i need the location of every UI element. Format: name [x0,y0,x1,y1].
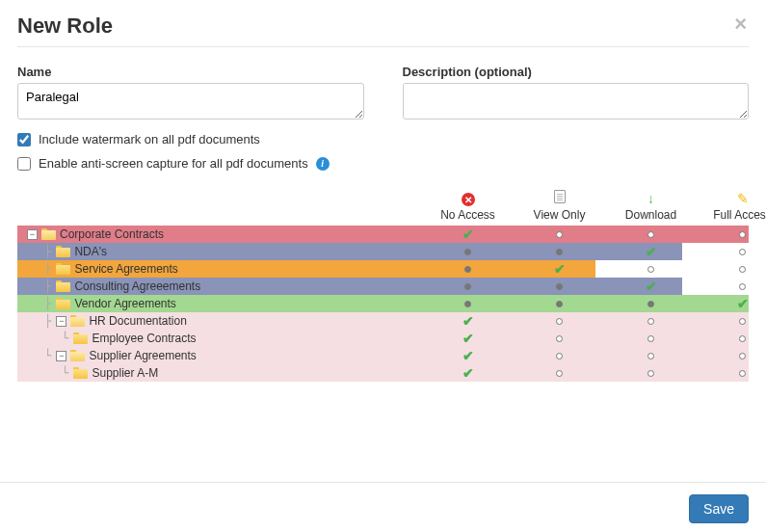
folder-label[interactable]: Consulting Agreeements [74,279,200,293]
name-input[interactable]: Paralegal [17,83,364,120]
perm-full-access[interactable] [697,245,766,258]
perm-no-access[interactable] [422,279,514,293]
radio-icon [556,370,563,377]
modal-title: New Role [17,13,749,39]
tree-body: −Corporate Contracts✔├ NDA's✔├ Service A… [17,226,749,382]
folder-icon [56,298,70,309]
perm-download[interactable]: ✔ [605,279,697,294]
divider [17,46,749,47]
tree-connector: └ [44,349,56,362]
perm-view-only[interactable] [514,279,605,293]
perm-download[interactable] [605,332,697,345]
folder-icon [41,228,56,240]
radio-icon [464,283,471,290]
folder-icon [73,367,88,379]
folder-label[interactable]: Supplier Agreements [89,349,196,362]
perm-full-access[interactable] [697,314,766,328]
col-no-access-label: No Access [440,208,495,222]
perm-no-access[interactable]: ✔ [422,313,514,329]
collapse-icon[interactable]: − [27,229,38,240]
perm-full-access[interactable] [697,349,766,362]
perm-view-only[interactable] [514,332,605,345]
tree-connector: ├ [44,262,56,276]
description-input[interactable] [403,83,750,120]
perm-no-access[interactable] [422,297,514,310]
tree-row: ├ Service Agreements✔ [17,260,749,278]
tree-connector: ├ [44,314,56,328]
perm-full-access[interactable] [697,332,766,345]
perm-no-access[interactable] [422,262,514,276]
radio-icon [556,335,563,342]
tree-label-cell: ├ Vendor Agreements [17,295,422,312]
info-icon[interactable]: i [316,157,330,171]
radio-icon [464,301,471,307]
perm-full-access[interactable] [697,227,766,241]
tree-label-cell: └ Supplier A-M [17,364,422,382]
perm-download[interactable] [605,349,697,362]
perm-full-access[interactable] [697,262,766,276]
perm-view-only[interactable] [514,314,605,328]
perm-no-access[interactable]: ✔ [422,331,514,346]
check-icon: ✔ [737,296,749,311]
perm-view-only[interactable] [514,227,605,241]
modal-footer: Save [0,482,766,532]
watermark-checkbox[interactable] [17,133,31,146]
perm-view-only[interactable] [514,297,605,310]
radio-icon [739,283,746,290]
perm-download[interactable] [605,262,697,276]
perm-no-access[interactable]: ✔ [422,226,514,242]
close-icon[interactable]: × [734,12,747,37]
col-no-access: ✕ No Access [422,193,514,226]
perm-view-only[interactable] [514,349,605,362]
perm-no-access[interactable]: ✔ [422,365,514,381]
radio-icon [556,301,563,307]
folder-icon [56,263,70,275]
check-icon: ✔ [462,331,474,346]
perm-no-access[interactable]: ✔ [422,348,514,363]
folder-label[interactable]: Corporate Contracts [60,227,164,241]
tree-row: ├ Vendor Agreements✔ [17,295,749,312]
radio-icon [464,249,471,255]
radio-icon [739,249,746,255]
col-full-access-label: Full Access [713,208,766,222]
perm-view-only[interactable] [514,366,605,380]
radio-icon [647,266,654,273]
tree-row: └ −Supplier Agreements✔ [17,347,749,364]
tree-row: ├ Consulting Agreeements✔ [17,278,749,295]
col-download: ↓ Download [605,191,697,226]
perm-no-access[interactable] [422,245,514,258]
tree-label-cell: └ Employee Contracts [17,330,422,347]
save-button[interactable]: Save [689,494,749,523]
folder-label[interactable]: Employee Contracts [92,332,196,345]
tree-row: └ Employee Contracts✔ [17,330,749,347]
radio-icon [556,249,563,255]
folder-label[interactable]: Vendor Agreements [74,297,175,310]
antiscreen-checkbox[interactable] [17,157,31,171]
folder-label[interactable]: HR Documentation [89,314,186,328]
perm-view-only[interactable] [514,245,605,258]
collapse-icon[interactable]: − [56,351,66,361]
perm-full-access[interactable]: ✔ [697,296,766,311]
radio-icon [739,318,746,325]
folder-label[interactable]: Supplier A-M [92,366,158,380]
perm-full-access[interactable] [697,279,766,293]
folder-label[interactable]: Service Agreements [74,262,177,276]
permissions-table: ✕ No Access View Only ↓ Download ✎ Full … [17,190,749,382]
perm-download[interactable] [605,297,697,310]
radio-icon [556,283,563,290]
radio-icon [647,231,654,238]
collapse-icon[interactable]: − [56,316,66,327]
perm-view-only[interactable]: ✔ [514,261,605,277]
folder-icon [56,280,70,292]
radio-icon [647,335,654,342]
perm-download[interactable] [605,366,697,380]
perm-download[interactable] [605,314,697,328]
radio-icon [739,231,746,238]
folder-label[interactable]: NDA's [74,245,107,258]
tree-connector: ├ [44,297,56,310]
check-icon: ✔ [462,226,474,242]
radio-icon [739,335,746,342]
perm-download[interactable] [605,227,697,241]
perm-full-access[interactable] [697,366,766,380]
perm-download[interactable]: ✔ [605,244,697,259]
